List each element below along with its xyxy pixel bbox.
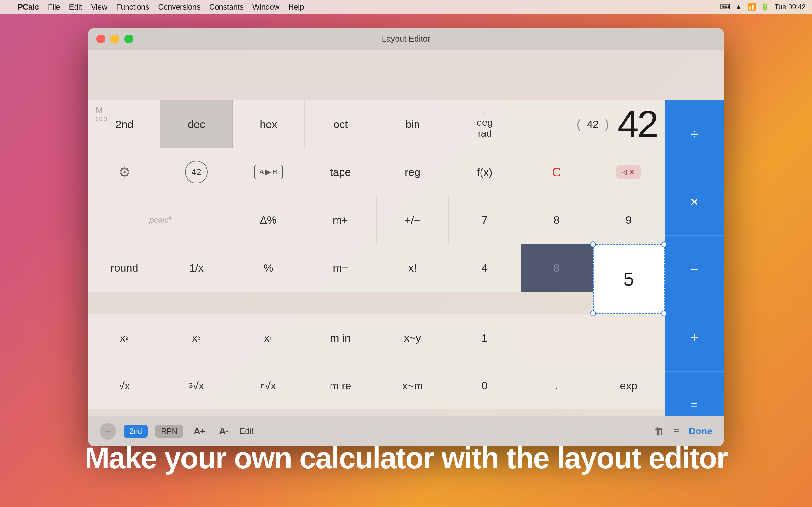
btn-exp[interactable]: exp xyxy=(593,362,664,409)
paren-close: ) xyxy=(605,118,609,131)
btn-plus-minus[interactable]: +/− xyxy=(376,196,449,244)
btn-0[interactable]: 0 xyxy=(449,362,521,409)
font-decrease-button[interactable]: A- xyxy=(216,424,232,438)
btn-tape[interactable]: tape xyxy=(305,148,376,196)
edit-button[interactable]: Edit xyxy=(240,426,254,436)
btn-dot[interactable]: . xyxy=(521,362,593,409)
done-button[interactable]: Done xyxy=(689,426,712,437)
btn-hex[interactable]: hex xyxy=(233,101,305,148)
tag-2nd[interactable]: 2nd xyxy=(124,425,148,438)
cbrt-index: 3 xyxy=(189,382,193,390)
battery-icon: 🔋 xyxy=(761,3,769,11)
btn-dec[interactable]: dec xyxy=(160,101,233,148)
btn-x-tilde-m[interactable]: x~m xyxy=(377,362,449,409)
close-button[interactable] xyxy=(96,35,105,43)
handle-tr[interactable] xyxy=(661,241,667,247)
minimize-button[interactable] xyxy=(110,35,119,43)
traffic-lights xyxy=(96,35,133,43)
deg-label: deg xyxy=(477,117,493,128)
btn-m-plus[interactable]: m+ xyxy=(305,196,376,244)
btn-bin[interactable]: bin xyxy=(377,101,449,148)
rad-label: rad xyxy=(478,128,492,139)
btn-add[interactable]: + xyxy=(665,304,724,372)
operator-sidebar: ÷ × − + = xyxy=(665,100,724,439)
btn-empty-1 xyxy=(521,314,593,361)
btn-clear[interactable]: C xyxy=(521,148,593,196)
deg-arrow: › xyxy=(484,110,486,117)
menu-view[interactable]: View xyxy=(91,3,107,11)
font-increase-button[interactable]: A+ xyxy=(191,424,209,438)
btn-divide[interactable]: ÷ xyxy=(665,100,724,168)
btn-8-dark[interactable]: 8 xyxy=(521,244,593,291)
menubar: PCalc File Edit View Functions Conversio… xyxy=(0,0,812,14)
btn-circle-42[interactable]: 42 xyxy=(160,148,233,196)
menu-edit[interactable]: Edit xyxy=(69,3,82,11)
pcalc-logo: pcalc4 xyxy=(149,215,171,225)
window-title: Layout Editor xyxy=(382,34,430,44)
menubar-left: PCalc File Edit View Functions Conversio… xyxy=(6,3,304,11)
btn-8-row3[interactable]: 8 xyxy=(521,196,593,244)
row-pcalc: pcalc4 Δ% m+ +/− 7 8 9 xyxy=(89,196,664,244)
btn-m-minus[interactable]: m− xyxy=(305,244,376,291)
trash-icon[interactable]: 🗑 xyxy=(654,425,664,437)
btn-m-re[interactable]: m re xyxy=(305,362,376,409)
btn-1x[interactable]: 1/x xyxy=(160,244,233,291)
row-roots: √x 3√x n√x m re x~m 0 . exp xyxy=(89,362,664,409)
menu-file[interactable]: File xyxy=(48,3,60,11)
row-modes: 2nd dec hex oct bin › deg rad ( 42 ) xyxy=(89,101,664,148)
btn-percent[interactable]: % xyxy=(233,244,305,291)
menubar-right: ⌨ ▲ 📶 🔋 Tue 09:42 xyxy=(720,3,806,11)
btn-empty-2 xyxy=(593,314,664,361)
btn-x-tilde-y[interactable]: x~y xyxy=(377,314,449,361)
btn-xfact[interactable]: x! xyxy=(377,244,449,291)
calculator-grid: 2nd dec hex oct bin › deg rad ( 42 ) xyxy=(88,100,665,439)
btn-1[interactable]: 1 xyxy=(449,314,521,361)
tagline: Make your own calculator with the layout… xyxy=(0,441,812,475)
btn-x3[interactable]: x3 xyxy=(160,314,233,361)
wifi-icon: 📶 xyxy=(747,3,756,11)
btn-5-selected[interactable]: 5 xyxy=(593,244,664,314)
btn-reg[interactable]: reg xyxy=(377,148,449,196)
menu-window[interactable]: Window xyxy=(252,3,280,11)
btn-x2[interactable]: x2 xyxy=(89,314,160,361)
toolbar-right: 🗑 ≡ Done xyxy=(654,425,712,437)
btn-7[interactable]: 7 xyxy=(449,196,520,244)
circle-42-display: 42 xyxy=(185,161,208,183)
btn-fx[interactable]: f(x) xyxy=(449,148,521,196)
btn-multiply[interactable]: × xyxy=(665,168,724,236)
handle-br[interactable] xyxy=(661,311,667,316)
row-functions: ⚙ 42 A ▶ B tape reg f(x) C ◁ xyxy=(89,148,664,196)
tag-rpn[interactable]: RPN xyxy=(155,425,183,438)
paren-value: 42 xyxy=(587,118,599,130)
add-button[interactable]: + xyxy=(100,423,116,440)
btn-xn[interactable]: xn xyxy=(233,314,305,361)
menu-help[interactable]: Help xyxy=(288,3,304,11)
menu-conversions[interactable]: Conversions xyxy=(158,3,200,11)
btn-settings[interactable]: ⚙ xyxy=(89,148,160,196)
paren-open: ( xyxy=(577,118,580,131)
btn-nthrt[interactable]: n√x xyxy=(233,362,305,409)
lines-icon[interactable]: ≡ xyxy=(673,425,680,437)
menu-functions[interactable]: Functions xyxy=(116,3,149,11)
btn-m-in[interactable]: m in xyxy=(305,314,376,361)
handle-tl[interactable] xyxy=(590,241,596,247)
btn-round[interactable]: round xyxy=(89,244,160,291)
maximize-button[interactable] xyxy=(124,35,133,43)
keyboard-icon: ⌨ xyxy=(720,3,730,11)
btn-delta-percent[interactable]: Δ% xyxy=(233,196,305,244)
btn-pcalc-logo: pcalc4 xyxy=(89,196,233,244)
btn-9[interactable]: 9 xyxy=(593,196,664,244)
btn-convert[interactable]: A ▶ B xyxy=(233,148,305,196)
btn-4[interactable]: 4 xyxy=(449,244,521,291)
btn-deg-rad[interactable]: › deg rad xyxy=(449,101,521,148)
menu-constants[interactable]: Constants xyxy=(209,3,244,11)
btn-backspace[interactable]: ◁ ✕ xyxy=(593,148,664,196)
window-titlebar: Layout Editor xyxy=(88,28,724,50)
btn-subtract[interactable]: − xyxy=(665,236,724,303)
handle-bl[interactable] xyxy=(590,311,596,316)
btn-cbrt[interactable]: 3√x xyxy=(160,362,233,409)
display-value: 42 xyxy=(618,102,657,146)
btn-oct[interactable]: oct xyxy=(305,101,377,148)
btn-sqrt[interactable]: √x xyxy=(89,362,160,409)
menu-app[interactable]: PCalc xyxy=(18,3,39,11)
